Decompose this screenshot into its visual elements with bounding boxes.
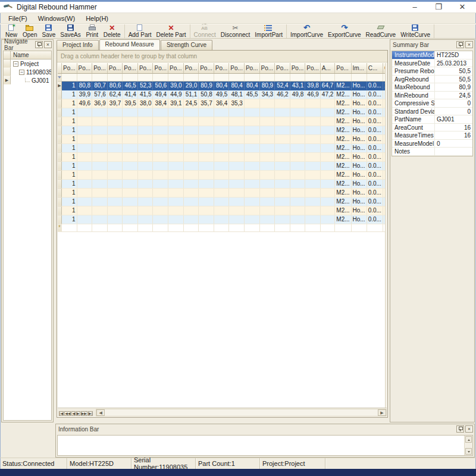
property-value[interactable]: GJ001 (435, 115, 472, 123)
grid-cell[interactable] (305, 143, 321, 152)
column-header[interactable]: Po... (259, 63, 275, 73)
grid-cell[interactable] (214, 126, 229, 134)
grid-cell[interactable] (244, 206, 259, 215)
grid-cell[interactable] (77, 161, 92, 170)
grid-cell[interactable] (275, 134, 290, 143)
property-value[interactable]: 0 (435, 140, 472, 148)
close-icon[interactable]: × (465, 41, 473, 48)
grid-cell[interactable] (168, 161, 184, 170)
filter-cell[interactable] (183, 73, 199, 81)
grid-cell[interactable] (244, 188, 259, 197)
grid-cell[interactable]: 80,4 (214, 81, 229, 90)
grid-cell[interactable] (275, 179, 290, 188)
menu-item-1[interactable]: Windows(W) (33, 14, 80, 23)
grid-cell[interactable] (214, 143, 229, 152)
grid-cell[interactable] (77, 197, 92, 206)
grid-cell[interactable] (320, 126, 334, 134)
grid-cell[interactable]: Ho... (351, 143, 367, 152)
grid-cell[interactable] (214, 117, 229, 126)
grid-cell[interactable]: 0.0... (367, 206, 383, 215)
grid-cell[interactable] (77, 108, 92, 117)
grid-cell[interactable] (214, 108, 229, 117)
grid-cell[interactable]: 35,7 (199, 99, 214, 108)
column-header[interactable]: Po... (92, 63, 108, 73)
grid-cell[interactable] (290, 126, 305, 134)
grid-cell[interactable]: M2... (335, 108, 351, 117)
grid-cell[interactable]: M2... (335, 90, 351, 99)
grid-cell[interactable] (153, 224, 168, 231)
filter-cell[interactable] (335, 73, 351, 81)
toolbar-readcurve-button[interactable]: ReadCurve (364, 24, 399, 38)
grid-cell[interactable] (153, 206, 168, 215)
grid-cell[interactable] (229, 108, 245, 117)
grid-cell[interactable] (199, 215, 214, 224)
property-row-instrumentmodel[interactable]: InstrumentModelHT225D (392, 51, 472, 60)
grid-cell[interactable]: M2... (335, 143, 351, 152)
grid-cell[interactable] (229, 161, 245, 170)
info-scrollbar[interactable] (464, 436, 472, 455)
scroll-up-icon[interactable] (465, 436, 472, 443)
grid-cell[interactable] (92, 179, 108, 188)
grid-cell[interactable]: 0.0... (367, 143, 383, 152)
toolbar-save-button[interactable]: Save (39, 24, 58, 38)
grid-cell[interactable] (259, 188, 275, 197)
grid-cell[interactable] (123, 126, 138, 134)
grid-cell[interactable]: 80,7 (92, 81, 108, 90)
grid-cell[interactable] (229, 188, 245, 197)
grid-cell[interactable] (183, 126, 199, 134)
grid-cell[interactable]: 0.0... (367, 90, 383, 99)
grid-cell[interactable] (92, 117, 108, 126)
vertical-scrollbar[interactable] (385, 63, 387, 408)
grid-cell[interactable] (199, 152, 214, 161)
grid-cell[interactable] (290, 108, 305, 117)
filter-cell[interactable] (351, 73, 367, 81)
grid-cell[interactable] (137, 108, 153, 117)
column-header[interactable]: Po... (123, 63, 138, 73)
grid-cell[interactable] (259, 206, 275, 215)
grid-cell[interactable] (168, 126, 184, 134)
grid-cell[interactable]: 1 (62, 188, 77, 197)
grid-cell[interactable] (320, 143, 334, 152)
property-row-measuremodel[interactable]: MeasureModel0 (392, 140, 472, 148)
grid-cell[interactable] (305, 224, 321, 231)
grid-cell[interactable]: M2... (335, 179, 351, 188)
grid-cell[interactable]: 34,3 (259, 90, 275, 99)
grid-cell[interactable]: 0.0... (367, 161, 383, 170)
grid-cell[interactable] (183, 117, 199, 126)
toolbar-new-button[interactable]: ✶New (2, 24, 20, 38)
grid-cell[interactable] (123, 117, 138, 126)
grid-cell[interactable] (107, 117, 123, 126)
grid-cell[interactable]: 1 (62, 143, 77, 152)
table-row[interactable]: ▶180,880,780,646,552,350,639,029,080,980… (58, 81, 385, 90)
column-header[interactable]: Po... (244, 63, 259, 73)
grid-cell[interactable] (168, 206, 184, 215)
menu-item-0[interactable]: File(F) (4, 14, 32, 23)
grid-cell[interactable]: 50,6 (153, 81, 168, 90)
grid-cell[interactable] (107, 224, 123, 231)
grid-cell[interactable] (199, 108, 214, 117)
grid-cell[interactable]: 62,4 (107, 90, 123, 99)
grid-cell[interactable] (62, 224, 77, 231)
grid-cell[interactable]: 48,1 (229, 90, 245, 99)
grid-cell[interactable] (137, 161, 153, 170)
grid-cell[interactable]: 1 (62, 206, 77, 215)
grid-cell[interactable]: 1 (62, 170, 77, 179)
grid-cell[interactable] (153, 143, 168, 152)
grid-cell[interactable]: 24,5 (183, 99, 199, 108)
grid-cell[interactable]: Ho... (351, 170, 367, 179)
grid-cell[interactable] (259, 215, 275, 224)
grid-cell[interactable]: 41,4 (123, 90, 138, 99)
grid-cell[interactable] (275, 117, 290, 126)
close-icon[interactable]: × (465, 425, 473, 433)
grid-cell[interactable] (367, 224, 383, 231)
property-row-measuretimes[interactable]: MeasureTimes16 (392, 131, 472, 140)
grid-cell[interactable]: 51,1 (183, 90, 199, 99)
grid-cell[interactable] (168, 134, 184, 143)
table-row[interactable]: 1M2...Ho...0.0...Pu... (58, 126, 385, 134)
column-header[interactable]: Po... (62, 63, 77, 73)
grid-cell[interactable] (199, 179, 214, 188)
grid-cell[interactable] (183, 143, 199, 152)
grid-cell[interactable] (199, 134, 214, 143)
grid-cell[interactable]: 0.0... (367, 152, 383, 161)
grid-cell[interactable] (259, 197, 275, 206)
